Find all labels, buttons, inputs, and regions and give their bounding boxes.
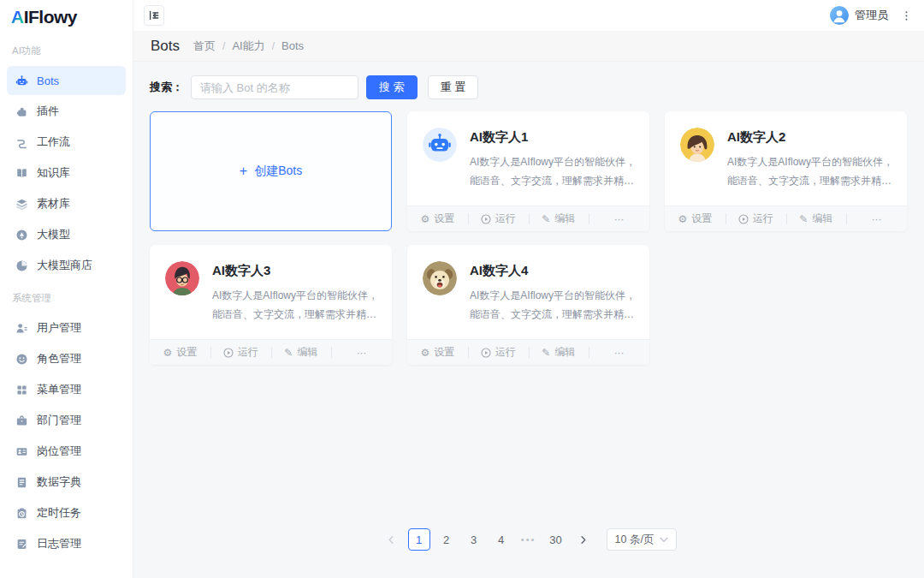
breadcrumb-home[interactable]: 首页	[193, 39, 216, 54]
settings-label: 设置	[434, 212, 454, 226]
sidebar-item-label: 大模型商店	[37, 258, 92, 273]
sidebar-item-knowledge-base[interactable]: 知识库	[7, 158, 126, 188]
pencil-icon: ✎	[284, 348, 293, 358]
settings-label: 设置	[176, 345, 197, 360]
play-icon	[223, 348, 234, 358]
bot-card-actions: ⚙设置 运行 ✎编辑 ···	[407, 339, 649, 365]
kebab-menu-icon[interactable]	[901, 10, 912, 21]
more-dots-icon: ···	[614, 213, 625, 225]
bot-card-actions: ⚙设置 运行 ✎编辑 ···	[665, 206, 907, 231]
chevron-left-icon	[387, 535, 396, 545]
create-bots-card[interactable]: + 创建Bots	[150, 111, 392, 231]
run-label: 运行	[495, 345, 516, 360]
sidebar-item-label: 数据字典	[37, 474, 81, 490]
edit-button[interactable]: ✎编辑	[529, 340, 589, 365]
sidebar-item-label: 菜单管理	[37, 382, 81, 397]
more-actions-button[interactable]: ···	[331, 340, 392, 365]
run-button[interactable]: 运行	[726, 206, 786, 231]
page-button-1[interactable]: 1	[408, 528, 430, 551]
sidebar-item-models[interactable]: 大模型	[7, 220, 126, 249]
sidebar-fold-icon	[148, 9, 160, 21]
sidebar-item-workflow[interactable]: 工作流	[7, 128, 126, 157]
sidebar-item-label: 岗位管理	[37, 444, 81, 459]
assets-icon	[15, 197, 28, 211]
more-actions-button[interactable]: ···	[589, 340, 649, 365]
breadcrumb-ai-capability[interactable]: AI能力	[232, 39, 264, 54]
sidebar-item-assets[interactable]: 素材库	[7, 189, 126, 218]
pagination-ellipsis[interactable]: •••	[518, 528, 540, 551]
sidebar-collapse-button[interactable]	[144, 5, 164, 26]
bot-card: AI数字人2 AI数字人是AIflowy平台的智能伙伴，能语音、文字交流，理解需…	[665, 111, 907, 231]
run-button[interactable]: 运行	[468, 340, 529, 365]
more-actions-button[interactable]: ···	[589, 206, 649, 231]
settings-button[interactable]: ⚙设置	[150, 340, 210, 365]
page-button-2[interactable]: 2	[435, 528, 458, 551]
sidebar-item-data-dictionary[interactable]: 数据字典	[7, 468, 126, 497]
menu-grid-icon	[15, 383, 28, 396]
more-actions-button[interactable]: ···	[846, 206, 907, 231]
edit-button[interactable]: ✎编辑	[271, 340, 332, 365]
user-avatar	[830, 6, 849, 25]
breadcrumb-current: Bots	[281, 39, 304, 52]
sidebar-item-label: 工作流	[37, 134, 70, 150]
sidebar-item-scheduled-tasks[interactable]: 定时任务	[7, 498, 126, 527]
settings-button[interactable]: ⚙设置	[407, 206, 468, 231]
bot-card-grid: + 创建Bots AI数字人1 AI数字人是AIflowy平台的智能伙伴，能语音…	[150, 111, 908, 365]
department-icon	[15, 414, 28, 427]
plugin-icon	[15, 104, 28, 118]
breadcrumb-separator: /	[222, 40, 225, 52]
sidebar-item-user-management[interactable]: 用户管理	[7, 313, 126, 343]
next-page-button[interactable]	[572, 528, 595, 551]
dictionary-icon	[15, 475, 28, 489]
sidebar-item-log-management[interactable]: 日志管理	[7, 529, 126, 558]
gear-icon: ⚙	[678, 214, 687, 224]
search-input[interactable]	[191, 75, 358, 99]
page-button-4[interactable]: 4	[490, 528, 512, 551]
chevron-down-icon	[660, 537, 668, 543]
sidebar-item-model-store[interactable]: 大模型商店	[7, 251, 126, 280]
bot-card: AI数字人1 AI数字人是AIflowy平台的智能伙伴，能语音、文字交流，理解需…	[407, 111, 649, 231]
sidebar-item-label: 部门管理	[37, 413, 81, 428]
woman-avatar	[680, 128, 714, 162]
gear-icon: ⚙	[163, 348, 172, 358]
run-button[interactable]: 运行	[468, 206, 529, 231]
edit-button[interactable]: ✎编辑	[786, 206, 847, 231]
page-size-value: 10 条/页	[615, 533, 654, 547]
model-icon	[15, 228, 28, 241]
sidebar-section-ai: AI功能	[0, 34, 133, 64]
knowledge-base-icon	[15, 166, 28, 180]
plus-icon: +	[240, 164, 247, 179]
dog-avatar	[423, 261, 457, 295]
logo: AIFlowy	[0, 0, 133, 34]
bot-card: AI数字人3 AI数字人是AIflowy平台的智能伙伴，能语音、文字交流，理解需…	[150, 245, 392, 365]
reset-button[interactable]: 重 置	[428, 75, 479, 99]
user-menu[interactable]: 管理员	[830, 6, 912, 25]
page-size-select[interactable]: 10 条/页	[607, 528, 678, 551]
sidebar-item-position-management[interactable]: 岗位管理	[7, 437, 126, 466]
page-button-3[interactable]: 3	[463, 528, 485, 551]
run-label: 运行	[238, 345, 258, 360]
search-label: 搜索：	[150, 80, 183, 95]
edit-button[interactable]: ✎编辑	[529, 206, 589, 231]
sidebar-item-plugins[interactable]: 插件	[7, 97, 126, 126]
run-label: 运行	[495, 212, 516, 226]
sidebar-item-role-management[interactable]: 角色管理	[7, 344, 126, 373]
sidebar: AIFlowy AI功能 Bots 插件 工作流 知识库 素材库 大模型	[0, 0, 133, 578]
workflow-icon	[15, 135, 28, 149]
app-window: AIFlowy AI功能 Bots 插件 工作流 知识库 素材库 大模型	[0, 0, 924, 578]
settings-button[interactable]: ⚙设置	[407, 340, 468, 365]
page-button-30[interactable]: 30	[545, 528, 567, 551]
robot-icon	[15, 74, 28, 87]
settings-label: 设置	[434, 345, 454, 360]
sidebar-item-bots[interactable]: Bots	[7, 66, 126, 95]
sidebar-item-menu-management[interactable]: 菜单管理	[7, 375, 126, 404]
breadcrumb: 首页 / AI能力 / Bots	[193, 39, 304, 54]
sidebar-item-department-management[interactable]: 部门管理	[7, 406, 126, 435]
prev-page-button[interactable]	[381, 528, 403, 551]
search-button[interactable]: 搜 索	[366, 75, 418, 99]
bot-card-title: AI数字人4	[470, 263, 639, 279]
settings-button[interactable]: ⚙设置	[665, 206, 726, 231]
run-button[interactable]: 运行	[210, 340, 271, 365]
scheduled-task-icon	[15, 506, 28, 520]
pencil-icon: ✎	[542, 214, 550, 224]
